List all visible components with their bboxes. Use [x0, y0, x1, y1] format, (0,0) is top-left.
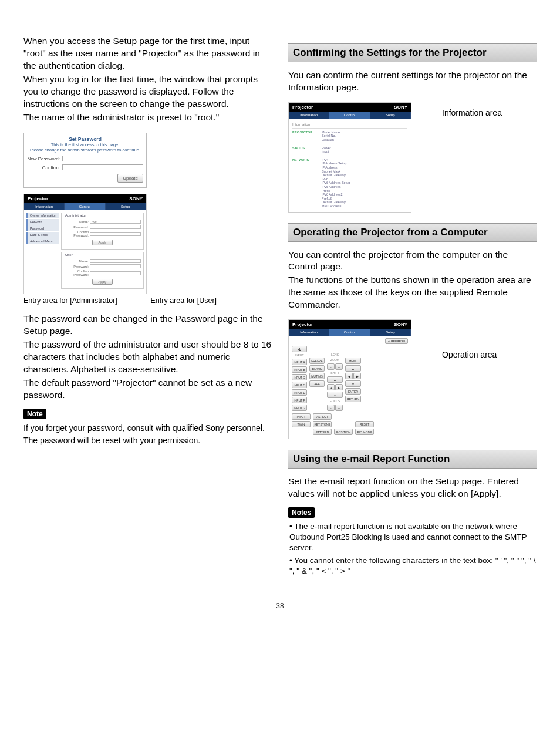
note-item: You cannot enter the following character… — [289, 555, 537, 577]
tab-control[interactable]: Control — [65, 203, 105, 210]
twin-button[interactable]: TWIN — [292, 421, 311, 427]
confirm-password-input[interactable] — [62, 164, 143, 170]
tab-control[interactable]: Control — [329, 329, 370, 336]
refresh-button[interactable]: ⟳ REFRESH — [385, 338, 408, 344]
note-item: The e-mail report function is not availa… — [289, 521, 537, 554]
focus-label: FOCUS — [327, 399, 343, 403]
nav-right-button[interactable]: ▶ — [353, 373, 361, 379]
ctrl-col-misc: FREEZE BLANK MUTING APA — [309, 358, 325, 411]
nav-up-button[interactable]: ▲ — [345, 365, 361, 372]
page-content: When you access the Setup page for the f… — [23, 35, 537, 578]
pw-change-p3: The default password "Projector" cannot … — [23, 377, 272, 402]
pic-mode-button[interactable]: PIC MODE — [355, 429, 374, 435]
apa-button[interactable]: APA — [309, 380, 325, 387]
new-password-input[interactable] — [62, 156, 143, 161]
sidebar-item[interactable]: Advanced Menu — [26, 238, 59, 244]
admin-apply-button[interactable]: Apply — [92, 240, 113, 245]
tabs: Information Control Setup — [24, 203, 146, 210]
caption-user: Entry area for [User] — [151, 296, 272, 305]
muting-button[interactable]: MUTING — [309, 373, 325, 379]
info-val: IP Address Setup — [322, 161, 407, 166]
tab-setup[interactable]: Setup — [370, 112, 411, 119]
shift-down-button[interactable]: ▼ — [327, 392, 343, 398]
tab-information[interactable]: Information — [289, 112, 329, 119]
input-b-button[interactable]: INPUT B — [292, 366, 307, 373]
new-password-label: New Password: — [27, 156, 60, 161]
user-name-input[interactable] — [90, 259, 141, 263]
position-button[interactable]: POSITION — [334, 429, 353, 435]
input-e-button[interactable]: INPUT E — [292, 389, 307, 396]
projector-info-window: Projector SONY Information Control Setup… — [288, 102, 411, 213]
user-fieldset: User Name: Password: Confirm Password: A… — [61, 252, 144, 289]
projector-values: Model Name Serial No. Location — [322, 130, 407, 142]
info-val: IPv6 — [322, 177, 407, 181]
focus-plus-button[interactable]: + — [335, 405, 343, 411]
tab-setup[interactable]: Setup — [370, 329, 411, 336]
user-legend: User — [64, 253, 74, 257]
nav-left-button[interactable]: ◀ — [345, 373, 353, 379]
update-button[interactable]: Update — [117, 174, 143, 183]
zoom-minus-button[interactable]: − — [327, 363, 335, 370]
aspect-button[interactable]: ASPECT — [313, 413, 332, 420]
pattern-button[interactable]: PATTERN — [313, 429, 332, 435]
notes-badge: Notes — [288, 507, 315, 518]
left-column: When you access the Setup page for the f… — [23, 35, 272, 578]
input-g-button[interactable]: INPUT G — [292, 405, 307, 411]
sidebar-item[interactable]: Owner Information — [26, 213, 59, 218]
tab-setup[interactable]: Setup — [106, 203, 146, 210]
shift-left-button[interactable]: ◀ — [327, 384, 335, 390]
admin-name-input[interactable]: root — [90, 220, 141, 224]
info-val: Model Name — [322, 130, 407, 134]
tab-information[interactable]: Information — [289, 329, 329, 336]
user-password-input[interactable] — [90, 264, 141, 268]
user-confirm-input[interactable] — [90, 271, 141, 275]
window-title: Projector — [292, 322, 313, 327]
input-f-button[interactable]: INPUT F — [292, 397, 307, 403]
input-button[interactable]: INPUT — [292, 413, 311, 420]
tab-information[interactable]: Information — [24, 203, 65, 210]
info-val: Input — [322, 150, 407, 154]
set-password-sub2: Please change the administrator's passwo… — [27, 147, 143, 153]
sidebar-item[interactable]: Password — [26, 225, 59, 231]
shift-right-button[interactable]: ▶ — [335, 384, 343, 390]
caption-admin: Entry area for [Administrator] — [23, 296, 145, 305]
return-button[interactable]: RETURN — [345, 396, 361, 402]
sidebar-item[interactable]: Network — [26, 219, 59, 225]
admin-name-label: Name: — [64, 220, 89, 224]
input-label: INPUT — [292, 353, 307, 357]
enter-button[interactable]: ENTER — [345, 388, 361, 395]
admin-confirm-label: Confirm Password: — [64, 230, 89, 237]
info-val: IP Address — [322, 166, 407, 170]
admin-confirm-input[interactable] — [90, 232, 141, 236]
callout-line-icon — [415, 355, 438, 355]
power-button[interactable]: ⏻ — [292, 346, 307, 352]
sidebar-item[interactable]: Date & Time — [26, 232, 59, 238]
note-p1: If you forget your password, consult wit… — [23, 423, 272, 434]
freeze-button[interactable]: FREEZE — [309, 358, 325, 364]
info-val: IPv4 — [322, 158, 407, 162]
input-d-button[interactable]: INPUT D — [292, 382, 307, 388]
info-val: IPv6 Address Setup — [322, 181, 407, 185]
section-heading-operating: Operating the Projector from a Computer — [288, 223, 537, 242]
input-c-button[interactable]: INPUT C — [292, 374, 307, 380]
shift-up-button[interactable]: ▲ — [327, 376, 343, 383]
note-p2: The password will be reset with your per… — [23, 435, 272, 446]
reset-button[interactable]: RESET — [355, 421, 374, 427]
focus-minus-button[interactable]: − — [327, 405, 335, 411]
nav-down-button[interactable]: ▼ — [345, 380, 361, 387]
menu-button[interactable]: MENU — [345, 358, 361, 364]
user-apply-button[interactable]: Apply — [92, 279, 113, 285]
blank-button[interactable]: BLANK — [309, 365, 325, 372]
projector-label: PROJECTOR — [292, 130, 318, 142]
input-a-button[interactable]: INPUT A — [292, 359, 307, 365]
zoom-plus-button[interactable]: + — [335, 363, 343, 370]
zoom-label: ZOOM — [327, 358, 343, 362]
user-name-label: Name: — [64, 260, 89, 263]
info-val: Subnet Mask — [322, 170, 407, 174]
section-heading-email: Using the e-mail Report Function — [288, 450, 537, 469]
lens-label: LENS — [327, 353, 343, 356]
admin-password-input[interactable] — [90, 225, 141, 229]
tab-control[interactable]: Control — [329, 112, 370, 119]
keystone-button[interactable]: KEYSTONE — [313, 421, 332, 427]
sec2-paragraph-1: You can control the projector from the c… — [288, 249, 537, 274]
